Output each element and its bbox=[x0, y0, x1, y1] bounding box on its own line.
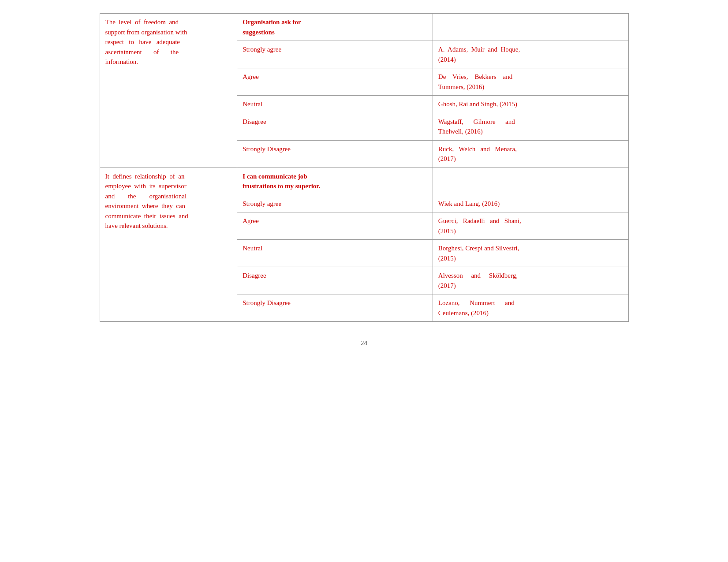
section1-col1-text: The level of freedom and support from or… bbox=[105, 19, 187, 65]
response-cell: Neutral bbox=[237, 96, 433, 113]
response-cell: Neutral bbox=[237, 240, 433, 267]
response-cell: Agree bbox=[237, 68, 433, 96]
reference-cell: A. Adams, Muir and Hoque,(2014) bbox=[433, 41, 628, 68]
section2-col1-text: It defines relationship of an employee w… bbox=[105, 173, 188, 230]
section2-col3-header bbox=[433, 167, 628, 195]
response-cell: Agree bbox=[237, 212, 433, 240]
reference-cell: De Vries, Bekkers andTummers, (2016) bbox=[433, 68, 628, 96]
reference-cell: Ghosh, Rai and Singh, (2015) bbox=[433, 96, 628, 113]
response-cell: Disagree bbox=[237, 267, 433, 294]
reference-cell: Alvesson and Sköldberg,(2017) bbox=[433, 267, 628, 294]
table-row: It defines relationship of an employee w… bbox=[100, 167, 628, 195]
response-cell: Strongly agree bbox=[237, 195, 433, 212]
page-number: 24 bbox=[361, 339, 367, 347]
response-cell: Strongly Disagree bbox=[237, 140, 433, 167]
reference-cell: Guerci, Radaelli and Shani,(2015) bbox=[433, 212, 628, 240]
section1-col3-header bbox=[433, 14, 628, 41]
section2-col1: It defines relationship of an employee w… bbox=[100, 167, 237, 322]
section1-col2-header: Organisation ask for suggestions bbox=[237, 14, 433, 41]
section2-question: I can communicate job frustrations to my… bbox=[243, 173, 320, 190]
table-row: The level of freedom and support from or… bbox=[100, 14, 628, 41]
reference-cell: Borghesi, Crespi and Silvestri,(2015) bbox=[433, 240, 628, 267]
main-table: The level of freedom and support from or… bbox=[100, 13, 629, 322]
section1-question: Organisation ask for suggestions bbox=[243, 19, 301, 36]
section2-col2-header: I can communicate job frustrations to my… bbox=[237, 167, 433, 195]
reference-cell: Ruck, Welch and Menara,(2017) bbox=[433, 140, 628, 167]
reference-cell: Lozano, Nummert andCeulemans, (2016) bbox=[433, 294, 628, 322]
section1-col1: The level of freedom and support from or… bbox=[100, 14, 237, 168]
response-cell: Disagree bbox=[237, 113, 433, 140]
reference-cell: Wagstaff, Gilmore andThelwell, (2016) bbox=[433, 113, 628, 140]
page-wrapper: The level of freedom and support from or… bbox=[100, 13, 629, 347]
response-cell: Strongly Disagree bbox=[237, 294, 433, 322]
response-cell: Strongly agree bbox=[237, 41, 433, 68]
reference-cell: Wiek and Lang, (2016) bbox=[433, 195, 628, 212]
